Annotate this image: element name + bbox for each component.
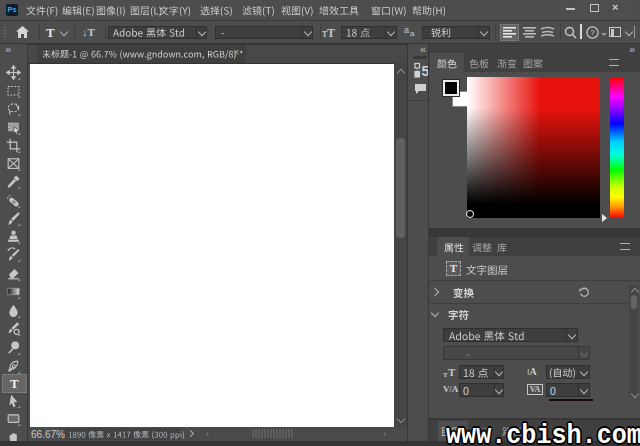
svg-text:5: 5 xyxy=(422,63,429,79)
svg-text:?: ? xyxy=(590,28,595,37)
